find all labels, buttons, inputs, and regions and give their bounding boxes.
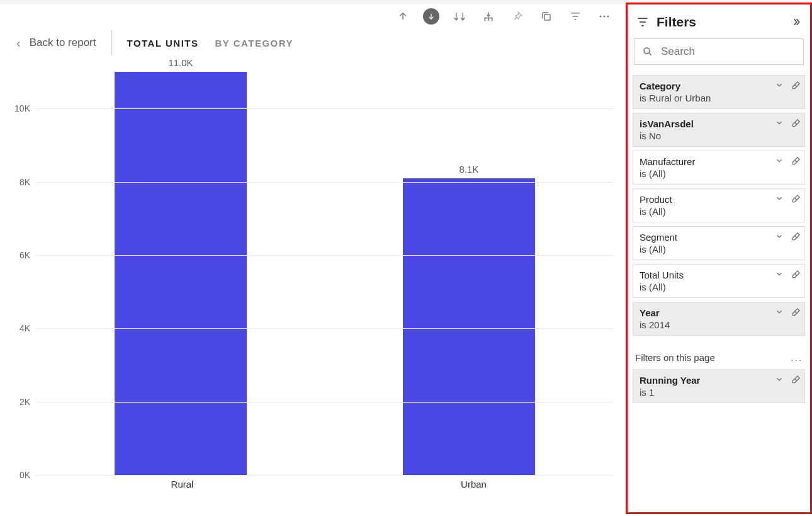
drill-mode-icon[interactable] [423, 8, 439, 25]
filter-card-category[interactable]: Categoryis Rural or Urban [633, 75, 805, 109]
bar-value-label: 8.1K [460, 164, 479, 175]
filter-search[interactable] [634, 38, 804, 65]
divider [111, 30, 112, 55]
y-tick-label: 4K [20, 323, 30, 333]
filters-title: Filters [657, 14, 784, 30]
filter-icon[interactable] [567, 8, 584, 25]
bar-chart: 0K2K4K6K8K10K 11.0K8.1K [37, 72, 619, 475]
x-axis: RuralUrban [37, 475, 619, 490]
pin-icon[interactable] [509, 8, 526, 25]
filter-card-product[interactable]: Productis (All) [633, 188, 805, 222]
x-tick-label: Urban [328, 475, 619, 490]
eraser-icon[interactable] [791, 156, 801, 166]
gridline [37, 255, 613, 256]
chart-area: 0K2K4K6K8K10K 11.0K8.1K RuralUrban [0, 66, 626, 516]
filter-card-manufacturer[interactable]: Manufactureris (All) [633, 151, 805, 185]
filters-icon [636, 16, 649, 28]
svg-point-2 [604, 16, 606, 18]
chevron-left-icon: ‹ [16, 36, 21, 50]
eraser-icon[interactable] [791, 81, 801, 90]
filters-on-this-page-label: Filters on this page ... [633, 340, 805, 369]
y-tick-label: 2K [20, 397, 30, 407]
y-tick-label: 6K [20, 250, 30, 260]
copy-icon[interactable] [538, 8, 555, 25]
back-to-report-button[interactable]: ‹ Back to report [16, 36, 96, 50]
filter-value: is (All) [640, 282, 798, 292]
y-tick-label: 10K [14, 103, 30, 113]
report-main: ‹ Back to report TOTAL UNITSBY CATEGORY … [0, 0, 626, 516]
filter-value: is 2014 [640, 319, 798, 330]
filter-card-year[interactable]: Yearis 2014 [633, 302, 805, 336]
filter-card-isvanarsdel[interactable]: isVanArsdelis No [633, 113, 805, 147]
eraser-icon[interactable] [791, 375, 801, 384]
tab-by-category[interactable]: BY CATEGORY [215, 38, 294, 49]
filters-panel: Filters Categoryis Rural or UrbanisVanAr… [626, 3, 812, 514]
more-icon[interactable]: ... [791, 352, 803, 363]
svg-point-4 [644, 48, 650, 54]
filters-header: Filters [633, 9, 805, 38]
gridline [37, 108, 613, 109]
tab-total-units[interactable]: TOTAL UNITS [127, 38, 199, 49]
x-tick-label: Rural [37, 475, 328, 490]
search-icon [642, 46, 653, 57]
svg-rect-0 [544, 14, 550, 20]
filter-value: is (All) [640, 244, 798, 255]
filter-card-running-year[interactable]: Running Yearis 1 [633, 369, 805, 403]
bar-urban[interactable]: 8.1K [325, 72, 613, 475]
gridline [37, 402, 613, 403]
chevron-down-icon[interactable] [775, 375, 784, 384]
chevron-down-icon[interactable] [775, 118, 784, 128]
collapse-panel-icon[interactable] [791, 17, 801, 27]
chevron-down-icon[interactable] [775, 307, 784, 317]
filter-value: is Rural or Urban [640, 93, 798, 103]
eraser-icon[interactable] [791, 194, 801, 204]
filter-card-segment[interactable]: Segmentis (All) [633, 226, 805, 260]
breadcrumb: ‹ Back to report TOTAL UNITSBY CATEGORY [0, 26, 626, 66]
chevron-down-icon[interactable] [775, 232, 784, 241]
visual-toolbar [0, 4, 626, 26]
svg-point-1 [600, 16, 602, 18]
filter-search-input[interactable] [661, 45, 796, 58]
y-tick-label: 0K [20, 470, 30, 480]
back-label: Back to report [30, 37, 96, 49]
chevron-down-icon[interactable] [775, 270, 784, 279]
eraser-icon[interactable] [791, 270, 801, 279]
chevron-down-icon[interactable] [775, 156, 784, 166]
filter-value: is (All) [640, 168, 798, 179]
eraser-icon[interactable] [791, 118, 801, 128]
bar-rect [403, 178, 535, 475]
svg-point-3 [607, 16, 609, 18]
drill-up-icon[interactable] [394, 8, 412, 25]
bar-rect [115, 72, 247, 475]
filter-card-total-units[interactable]: Total Unitsis (All) [633, 264, 805, 298]
gridline [37, 475, 613, 476]
more-icon[interactable] [595, 8, 613, 25]
gridline [37, 328, 613, 329]
eraser-icon[interactable] [791, 232, 801, 241]
y-tick-label: 8K [20, 177, 30, 187]
filter-value: is (All) [640, 206, 798, 217]
expand-next-level-icon[interactable] [480, 8, 497, 25]
filter-value: is No [640, 130, 798, 141]
expand-all-down-icon[interactable] [451, 8, 468, 25]
eraser-icon[interactable] [791, 307, 801, 317]
chevron-down-icon[interactable] [775, 194, 784, 204]
gridline [37, 182, 613, 183]
bar-value-label: 11.0K [168, 57, 193, 68]
y-axis: 0K2K4K6K8K10K [6, 72, 34, 461]
chevron-down-icon[interactable] [775, 81, 784, 90]
bar-rural[interactable]: 11.0K [37, 72, 325, 475]
filter-value: is 1 [640, 387, 798, 398]
